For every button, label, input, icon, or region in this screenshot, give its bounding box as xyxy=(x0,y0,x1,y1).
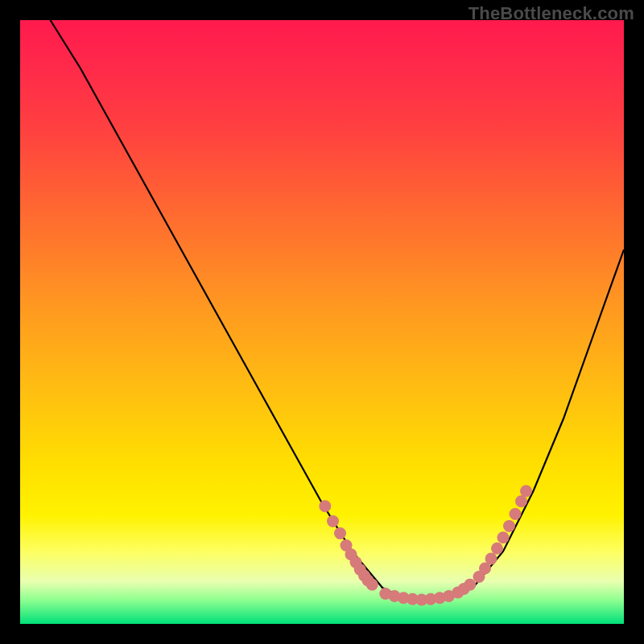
scatter-point xyxy=(497,531,510,543)
scatter-point xyxy=(515,495,527,507)
scatter-point xyxy=(520,485,532,497)
chart-svg xyxy=(20,20,624,624)
scatter-point xyxy=(485,553,497,565)
chart-plot-area xyxy=(20,20,624,624)
bottleneck-curve xyxy=(51,20,625,600)
watermark-text: TheBottleneck.com xyxy=(469,3,634,24)
scatter-point xyxy=(319,500,331,512)
scatter-point xyxy=(503,520,515,532)
curve-path xyxy=(51,20,625,600)
scatter-point xyxy=(366,579,378,591)
scatter-point xyxy=(510,508,522,520)
scatter-point xyxy=(334,527,346,539)
scatter-points xyxy=(319,485,532,606)
chart-frame: TheBottleneck.com xyxy=(0,0,644,644)
scatter-point xyxy=(327,515,339,527)
scatter-point xyxy=(491,543,503,555)
